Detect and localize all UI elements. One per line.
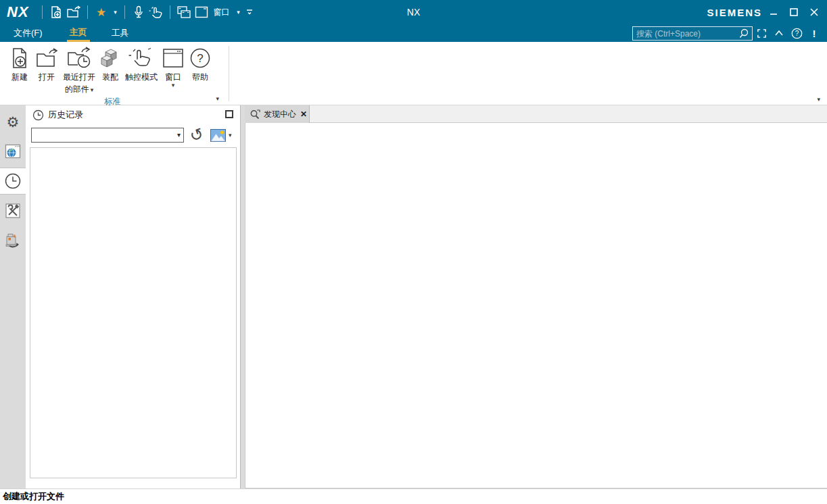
button-label: 装配 [102,72,118,82]
help-button[interactable]: ? [788,24,805,42]
divider [124,5,125,19]
touch-mode-quick-button[interactable] [147,3,165,21]
chevron-up-icon [774,30,784,36]
undock-panel-icon[interactable] [225,110,233,118]
resource-bar: ⚙ [0,105,26,488]
button-label: 触控模式 [125,72,158,82]
chevron-down-icon: ▾ [172,82,175,88]
machine-icon [5,232,21,249]
window-button[interactable]: 窗口 ▾ [160,43,187,88]
ribbon-tab-bar: 文件(F) 主页 工具 ? ! [0,24,827,42]
chevron-down-icon: ▾ [114,9,117,16]
window-controls [763,0,824,24]
history-filter-combobox[interactable]: ▾ [31,128,184,143]
history-list[interactable] [30,147,237,478]
refresh-button[interactable]: ↺ [188,126,206,144]
help-ribbon-button[interactable]: ? 帮助 [187,43,214,82]
minimize-button[interactable] [763,0,784,24]
new-file-button[interactable] [47,3,65,21]
svg-text:?: ? [197,52,203,65]
divider [42,5,43,19]
button-label: 打开 [39,72,55,82]
cascade-windows-button[interactable] [175,3,193,21]
discovery-tabstrip: 发现中心 ✕ [245,105,827,123]
browser-globe-icon [5,144,21,159]
open-file-icon [66,5,81,19]
image-preview-icon [210,129,226,142]
assembly-button[interactable]: 装配 [97,43,123,82]
sidebar-item-tools[interactable] [0,197,26,224]
alert-button[interactable]: ! [805,24,823,42]
button-label: 新建 [11,72,28,82]
close-icon[interactable]: ✕ [300,109,307,119]
maximize-button[interactable] [784,0,804,24]
tools-icon [5,203,21,219]
open-button[interactable]: 打开 [32,43,61,82]
window-menu-dropdown[interactable]: ▾ [233,3,243,21]
sidebar-item-web-browser[interactable] [0,138,26,165]
ribbon-group-footer: 标准 ▾ [0,95,225,105]
sidebar-item-settings[interactable]: ⚙ [0,108,26,135]
history-controls: ▾ ↺ ▾ [31,127,235,143]
touch-mode-button[interactable]: 触控模式 [123,43,160,82]
sidebar-item-machine-tool[interactable] [0,227,26,254]
fullscreen-icon [757,28,767,39]
window-icon [194,5,209,19]
divider [170,5,170,19]
open-file-button[interactable] [65,3,82,21]
tab-label: 发现中心 [264,109,296,120]
command-search [632,26,753,41]
chevron-down-icon: ▾ [177,131,181,138]
search-icon[interactable] [739,28,751,39]
preview-style-button[interactable]: ▾ [210,129,232,142]
chevron-down-icon: ▾ [237,9,240,16]
clock-icon [32,109,44,121]
menubar-right-icons: ? ! [753,24,823,42]
ribbon-options-dropdown[interactable]: ▾ [817,96,820,103]
voice-command-button[interactable] [130,3,147,21]
favorites-button[interactable]: ★ [93,3,110,21]
minimize-icon [770,8,778,16]
favorites-dropdown[interactable]: ▾ [110,3,120,21]
new-button[interactable]: 新建 [7,43,32,82]
close-button[interactable] [804,0,824,24]
maximize-icon [790,8,798,16]
customize-quick-access-button[interactable] [243,3,256,21]
file-menu[interactable]: 文件(F) [14,27,43,39]
button-label: 窗口 [165,72,181,82]
history-panel: 历史记录 ▾ ↺ ▾ [26,105,241,488]
cascade-windows-icon [176,5,191,19]
new-file-icon [49,5,63,19]
recent-parts-button[interactable]: 最近打开 的部件▾ [61,43,97,95]
close-icon [810,8,818,16]
customize-quick-access-icon [245,8,254,16]
divider [229,46,229,101]
siemens-logo: SIEMENS [707,7,762,18]
window-icon [162,47,185,70]
touch-gesture-icon [149,5,164,19]
fullscreen-button[interactable] [753,24,770,42]
minimize-ribbon-button[interactable] [770,24,788,42]
button-label-line2: 的部件▾ [65,84,94,95]
tab-home[interactable]: 主页 [67,24,90,42]
help-icon: ? [189,47,212,70]
tab-tools[interactable]: 工具 [109,24,132,42]
microphone-icon [133,5,145,19]
discovery-center-panel: 发现中心 ✕ [245,105,827,488]
chevron-down-icon: ▾ [229,132,232,138]
recent-parts-icon [66,47,93,70]
svg-text:?: ? [795,30,799,37]
window-menu-button[interactable]: 窗口 [210,3,233,21]
group-label: 标准 [104,97,120,106]
search-input[interactable] [632,26,753,41]
nx-logo: NX [0,3,37,21]
single-window-button[interactable] [193,3,210,21]
history-panel-header: 历史记录 [26,105,240,124]
button-label: 最近打开 [63,72,95,82]
gear-icon: ⚙ [7,115,20,129]
favorites-star-icon: ★ [96,7,106,18]
group-dropdown-icon[interactable]: ▾ [216,95,219,102]
sidebar-item-history[interactable] [0,168,26,195]
tab-discovery-center[interactable]: 发现中心 ✕ [245,105,310,123]
help-icon: ? [791,28,803,39]
